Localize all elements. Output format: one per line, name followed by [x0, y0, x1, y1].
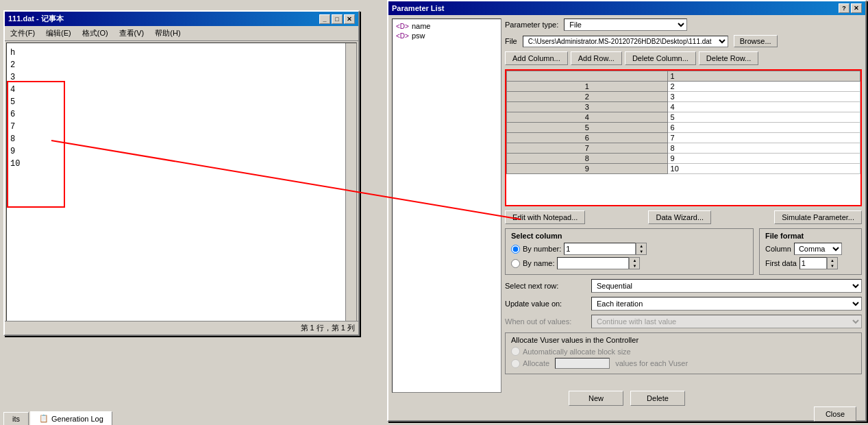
param-close-button[interactable]: ✕ — [851, 3, 862, 13]
tab-results-label: its — [12, 415, 20, 423]
table-row[interactable]: 67 — [507, 133, 860, 143]
new-button[interactable]: New — [569, 391, 623, 406]
table-row[interactable]: 45 — [507, 112, 860, 123]
auto-allocate-radio[interactable] — [511, 347, 520, 356]
values-for-label: values for each Vuser — [615, 359, 688, 367]
by-name-label: By name: — [523, 259, 554, 267]
table-buttons-row: Edit with Notepad... Data Wizard... Simu… — [505, 210, 862, 224]
by-name-input[interactable] — [557, 257, 629, 269]
table-row[interactable]: 12 — [507, 82, 860, 92]
param-item-psw[interactable]: <D> psw — [395, 31, 499, 40]
by-number-radio[interactable] — [511, 245, 520, 254]
delete-button[interactable]: Delete — [630, 391, 685, 406]
param-item-psw-label: psw — [412, 32, 425, 40]
update-value-select[interactable]: Each iteration Each occurrence Once — [591, 297, 862, 311]
tab-results[interactable]: its — [3, 412, 29, 425]
by-number-input[interactable] — [564, 243, 636, 255]
allocate-section: Allocate Vuser values in the Controller … — [505, 332, 862, 374]
table-row[interactable]: 56 — [507, 123, 860, 133]
delete-row-button[interactable]: Delete Row... — [699, 51, 758, 65]
param-titlebar-buttons: ? ✕ — [839, 3, 862, 13]
column-format-select[interactable]: Comma Tab Space — [794, 243, 842, 255]
notepad-close-button[interactable]: ✕ — [344, 14, 355, 24]
param-type-icon-2: <D> — [396, 32, 409, 40]
add-row-button[interactable]: Add Row... — [571, 51, 622, 65]
table-row[interactable]: 910 — [507, 164, 860, 174]
param-help-button[interactable]: ? — [839, 3, 850, 13]
file-format-title: File format — [765, 232, 856, 240]
select-next-row-select[interactable]: Sequential Random Unique — [591, 279, 862, 293]
column-format-label: Column — [765, 245, 791, 253]
by-number-input-group: ▲ ▼ — [564, 243, 647, 255]
file-format-section: File format Column Comma Tab Space First… — [759, 228, 862, 275]
tab-generation-log-label: Generation Log — [51, 415, 103, 423]
file-row: File C:\Users\Administrator.MS-20120726H… — [505, 35, 862, 47]
notepad-titlebar: 111.dat - 记事本 _ □ ✕ — [5, 12, 358, 26]
param-type-label: Parameter type: — [505, 21, 558, 29]
by-name-down[interactable]: ▼ — [630, 263, 639, 269]
update-value-label: Update value on: — [505, 300, 587, 308]
by-name-radio[interactable] — [511, 259, 520, 268]
select-column-title: Select column — [511, 232, 747, 240]
when-out-row: When out of values: Continue with last v… — [505, 315, 862, 328]
param-type-icon: <D> — [396, 23, 409, 30]
allocate-input[interactable] — [555, 358, 610, 369]
param-title: Parameter List — [392, 4, 444, 12]
first-data-spinner: ▲ ▼ — [827, 257, 838, 269]
first-data-row: First data ▲ ▼ — [765, 257, 856, 269]
file-path-select[interactable]: C:\Users\Administrator.MS-20120726HDB2\D… — [523, 36, 728, 47]
param-right-panel: Parameter type: File File C:\Users\Admin… — [505, 19, 862, 393]
by-number-up[interactable]: ▲ — [636, 243, 646, 249]
first-data-input[interactable] — [799, 257, 827, 269]
auto-allocate-label: Automatically allocate block size — [523, 348, 631, 356]
simulate-param-button[interactable]: Simulate Parameter... — [774, 210, 862, 224]
notepad-text: h2345678910 — [10, 47, 20, 170]
first-data-label: First data — [765, 259, 797, 267]
table-row[interactable]: 89 — [507, 154, 860, 164]
param-type-select[interactable]: File — [564, 19, 687, 31]
notepad-scrollbar[interactable] — [345, 43, 356, 324]
menu-help[interactable]: 帮助(H) — [153, 27, 182, 39]
when-out-select[interactable]: Continue with last value — [591, 315, 862, 328]
close-row: Close — [390, 406, 863, 422]
table-row[interactable]: 23 — [507, 92, 860, 102]
by-name-up[interactable]: ▲ — [630, 258, 639, 263]
notepad-content-area[interactable]: h2345678910 — [6, 42, 357, 324]
bottom-tabs: its 📋 Generation Log — [0, 404, 387, 425]
first-data-down[interactable]: ▼ — [828, 263, 837, 269]
data-table-container[interactable]: 1 12 23 34 45 56 67 78 89 910 — [505, 69, 862, 206]
param-body: <D> name <D> psw Parameter type: File Fi… — [388, 15, 865, 396]
table-header-row: 1 — [507, 71, 860, 82]
action-buttons-row: Add Column... Add Row... Delete Column..… — [505, 51, 862, 65]
table-header-col1: 1 — [667, 71, 860, 82]
column-format-row: Column Comma Tab Space — [765, 243, 856, 255]
log-icon: 📋 — [39, 414, 49, 423]
first-data-up[interactable]: ▲ — [828, 258, 837, 263]
table-row[interactable]: 34 — [507, 102, 860, 112]
browse-button[interactable]: Browse... — [734, 35, 778, 47]
add-column-button[interactable]: Add Column... — [505, 51, 568, 65]
auto-allocate-row: Automatically allocate block size — [511, 347, 856, 356]
allocate-title: Allocate Vuser values in the Controller — [511, 336, 856, 344]
edit-notepad-button[interactable]: Edit with Notepad... — [505, 210, 585, 224]
table-row[interactable]: 78 — [507, 143, 860, 154]
close-button[interactable]: Close — [814, 406, 856, 422]
allocate-radio[interactable] — [511, 359, 520, 368]
menu-view[interactable]: 查看(V) — [117, 27, 147, 39]
by-number-spinner: ▲ ▼ — [636, 243, 647, 255]
notepad-maximize-button[interactable]: □ — [332, 14, 343, 24]
tab-generation-log[interactable]: 📋 Generation Log — [30, 411, 112, 425]
param-item-name[interactable]: <D> name — [395, 21, 499, 31]
menu-format[interactable]: 格式(O) — [80, 27, 110, 39]
notepad-minimize-button[interactable]: _ — [319, 14, 330, 24]
by-number-down[interactable]: ▼ — [636, 249, 646, 254]
data-wizard-button[interactable]: Data Wizard... — [648, 210, 711, 224]
notepad-status-text: 第 1 行，第 1 列 — [301, 323, 355, 333]
menu-edit[interactable]: 编辑(E) — [44, 27, 73, 39]
update-value-row: Update value on: Each iteration Each occ… — [505, 297, 862, 311]
delete-column-button[interactable]: Delete Column... — [625, 51, 696, 65]
param-left-panel: <D> name <D> psw — [392, 19, 501, 393]
param-bottom-buttons: New Delete — [390, 391, 863, 406]
select-next-row-row: Select next row: Sequential Random Uniqu… — [505, 279, 862, 293]
menu-file[interactable]: 文件(F) — [8, 27, 37, 39]
